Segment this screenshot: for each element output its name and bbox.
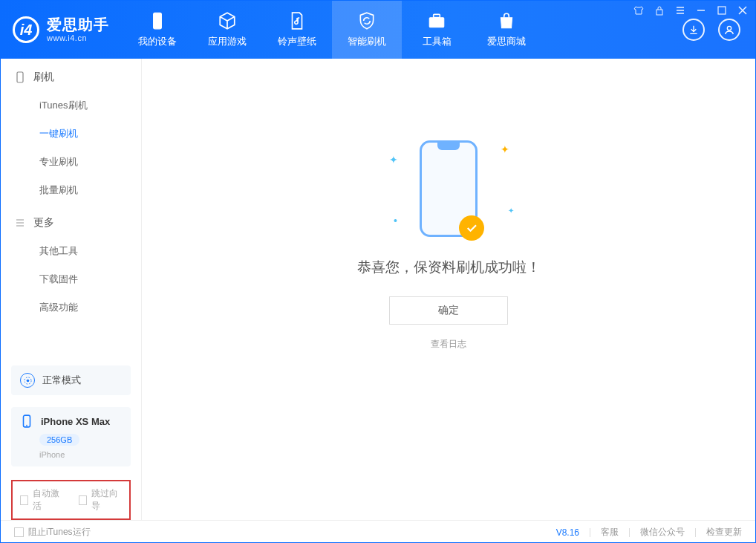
user-icon [723, 24, 735, 36]
checkbox-box-icon [20, 495, 28, 505]
section-title-label: 更多 [33, 216, 54, 230]
device-name-label: iPhone XS Max [41, 416, 110, 427]
main-tabs: 我的设备 应用游戏 铃声壁纸 智能刷机 工具箱 [123, 1, 541, 59]
check-icon [465, 221, 478, 235]
tab-label: 工具箱 [423, 35, 452, 48]
device-icon [148, 11, 167, 30]
download-icon [688, 24, 700, 36]
mode-normal-icon [20, 373, 35, 388]
ok-button[interactable]: 确定 [389, 296, 508, 325]
bag-icon [497, 11, 516, 30]
tab-my-device[interactable]: 我的设备 [123, 1, 192, 59]
app-subtitle: www.i4.cn [47, 33, 109, 43]
checkbox-skip-guide[interactable]: 跳过向导 [79, 487, 123, 513]
main-panel: ✦ ✦ • ✦ 恭喜您，保资料刷机成功啦！ 确定 查看日志 [142, 59, 755, 520]
device-card[interactable]: iPhone XS Max 256GB iPhone [11, 407, 131, 466]
window-controls [633, 5, 748, 16]
sparkle-icon: ✦ [508, 207, 514, 215]
app-header: i4 爱思助手 www.i4.cn 我的设备 应用游戏 铃声壁纸 [1, 1, 755, 59]
sidebar-item-oneclick-flash[interactable]: 一键刷机 [1, 120, 141, 148]
tab-store[interactable]: 爱思商城 [472, 1, 541, 59]
flash-options-row: 自动激活 跳过向导 [11, 480, 131, 520]
refresh-shield-icon [357, 11, 377, 30]
divider [590, 528, 590, 537]
support-link[interactable]: 客服 [601, 526, 619, 539]
success-message: 恭喜您，保资料刷机成功啦！ [142, 258, 755, 277]
sidebar-item-download-firmware[interactable]: 下载固件 [1, 265, 141, 293]
maximize-icon[interactable] [717, 5, 727, 16]
checkbox-box-icon [79, 495, 87, 505]
checkbox-block-itunes[interactable]: 阻止iTunes运行 [14, 526, 91, 539]
app-body: 刷机 iTunes刷机 一键刷机 专业刷机 批量刷机 更多 其他工具 下载固件 … [1, 59, 755, 520]
svg-point-7 [26, 379, 29, 382]
version-label: V8.16 [556, 527, 579, 538]
svg-point-3 [727, 26, 731, 30]
sidebar-section-more: 更多 [1, 204, 141, 237]
section-title-label: 刷机 [33, 71, 54, 84]
tab-label: 应用游戏 [208, 35, 247, 48]
tab-label: 爱思商城 [487, 35, 526, 48]
sidebar-section-flash: 刷机 [1, 59, 141, 91]
tab-label: 我的设备 [138, 35, 177, 48]
device-type-label: iPhone [39, 450, 65, 459]
tab-toolbox[interactable]: 工具箱 [402, 1, 472, 59]
tab-label: 铃声壁纸 [278, 35, 316, 48]
sidebar-item-other-tools[interactable]: 其他工具 [1, 237, 141, 265]
download-button[interactable] [682, 19, 705, 41]
tab-smart-flash[interactable]: 智能刷机 [332, 1, 402, 59]
logo-block: i4 爱思助手 www.i4.cn [1, 1, 123, 59]
lock-icon[interactable] [654, 5, 665, 16]
tab-label: 智能刷机 [348, 35, 386, 48]
sparkle-icon: ✦ [389, 154, 398, 166]
logo-icon: i4 [13, 16, 39, 43]
sparkle-icon: ✦ [501, 143, 509, 155]
check-update-link[interactable]: 检查更新 [706, 526, 742, 539]
status-bar: 阻止iTunes运行 V8.16 客服 微信公众号 检查更新 [1, 520, 755, 543]
footer-right: V8.16 客服 微信公众号 检查更新 [556, 526, 742, 539]
sidebar-item-pro-flash[interactable]: 专业刷机 [1, 148, 141, 176]
tab-games[interactable]: 应用游戏 [192, 1, 262, 59]
sidebar: 刷机 iTunes刷机 一键刷机 专业刷机 批量刷机 更多 其他工具 下载固件 … [1, 59, 142, 520]
svg-rect-0 [154, 13, 162, 29]
sidebar-item-advanced[interactable]: 高级功能 [1, 293, 141, 322]
app-title: 爱思助手 [47, 16, 109, 33]
phone-outline-icon [420, 140, 478, 237]
close-icon[interactable] [737, 5, 748, 16]
account-button[interactable] [718, 19, 740, 41]
divider [629, 528, 630, 537]
success-check-badge [459, 215, 484, 241]
menu-icon[interactable] [675, 5, 685, 16]
toolbox-icon [427, 11, 446, 30]
divider [695, 528, 696, 537]
wechat-link[interactable]: 微信公众号 [640, 526, 685, 539]
view-log-link[interactable]: 查看日志 [142, 338, 755, 351]
checkbox-label: 自动激活 [33, 487, 63, 513]
svg-rect-6 [17, 72, 23, 82]
checkbox-label: 跳过向导 [91, 487, 122, 513]
svg-point-10 [26, 425, 27, 426]
cube-icon [218, 11, 237, 30]
phone-outline-icon [14, 71, 26, 83]
tab-ringtones[interactable]: 铃声壁纸 [262, 1, 332, 59]
tshirt-icon[interactable] [633, 5, 644, 16]
sidebar-item-batch-flash[interactable]: 批量刷机 [1, 176, 141, 204]
checkbox-box-icon [14, 527, 24, 537]
svg-rect-2 [434, 14, 440, 17]
sparkle-icon: • [394, 215, 397, 227]
svg-rect-1 [429, 18, 444, 27]
minimize-icon[interactable] [696, 5, 706, 16]
device-mode-label: 正常模式 [42, 374, 81, 387]
sidebar-item-itunes-flash[interactable]: iTunes刷机 [1, 91, 141, 120]
success-illustration: ✦ ✦ • ✦ [374, 140, 523, 237]
svg-rect-4 [656, 10, 662, 15]
music-file-icon [287, 11, 307, 30]
checkbox-auto-activate[interactable]: 自动激活 [20, 487, 64, 513]
checkbox-label: 阻止iTunes运行 [28, 526, 91, 539]
device-mode-card[interactable]: 正常模式 [11, 365, 131, 395]
storage-badge: 256GB [39, 434, 79, 446]
svg-rect-5 [718, 7, 726, 14]
phone-device-icon [20, 414, 33, 428]
list-icon [14, 217, 26, 229]
